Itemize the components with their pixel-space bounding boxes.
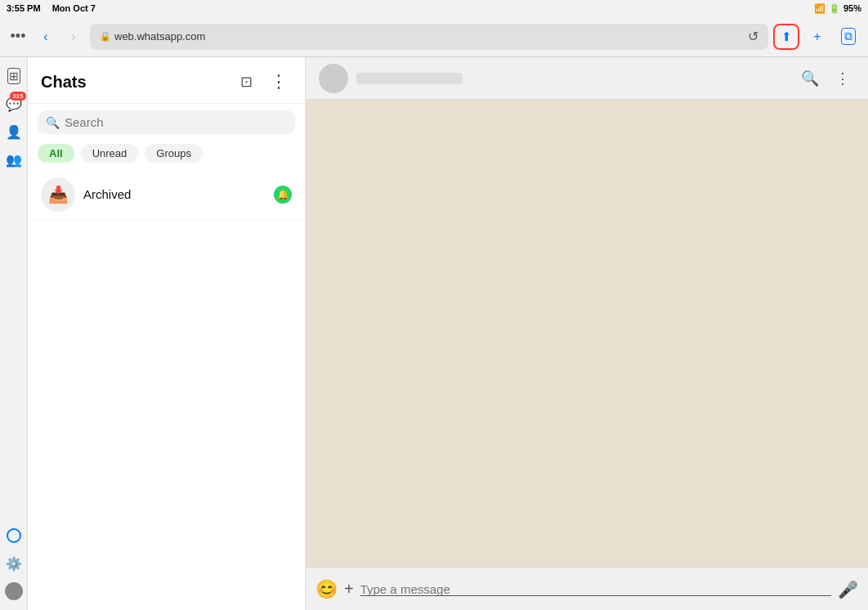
lock-icon: 🔒	[100, 31, 111, 42]
chat-area-header: 🔍 ⋮	[306, 57, 868, 100]
search-bar[interactable]: 🔍	[38, 110, 295, 134]
mic-btn[interactable]: 🎤	[838, 580, 858, 599]
message-input-wrapper	[360, 582, 831, 596]
ios-sidebar: ⊞ 💬 315 👤 👥 ⚙️	[0, 57, 28, 610]
tab-all-label: All	[49, 147, 63, 159]
chats-header-actions: ⊡ ⋮	[233, 69, 292, 95]
archived-badge: 🔔	[274, 186, 292, 204]
status-time: 3:55 PM	[7, 3, 41, 13]
status-bar-right: 📶 🔋 95%	[814, 3, 861, 14]
tab-unread[interactable]: Unread	[81, 144, 139, 163]
sidebar-settings-btn[interactable]: ⚙️	[2, 551, 26, 576]
chat-list: 📥 Archived 🔔	[28, 169, 305, 610]
chats-title: Chats	[41, 73, 87, 92]
more-options-icon: ⋮	[270, 71, 288, 92]
contacts-sidebar-icon: 👥	[6, 152, 22, 168]
new-chat-icon: ⊡	[240, 73, 253, 91]
chat-badge: 315	[10, 92, 25, 101]
chat-area-contact	[319, 64, 463, 93]
avatar-sidebar-icon	[5, 582, 23, 600]
archive-icon: 📥	[48, 185, 69, 204]
new-tab-btn[interactable]: +	[804, 24, 830, 50]
whatsapp-container: Chats ⊡ ⋮ 🔍	[28, 57, 868, 610]
tab-switcher-icon: ⧉	[841, 28, 856, 45]
sidebar-circle-btn[interactable]	[2, 523, 26, 548]
new-chat-btn[interactable]: ⊡	[233, 69, 259, 95]
sidebar-grid-btn[interactable]: ⊞	[2, 64, 26, 88]
back-icon: ‹	[43, 29, 47, 44]
new-tab-icon: +	[813, 29, 821, 44]
search-chat-btn[interactable]: 🔍	[798, 66, 822, 91]
tab-all[interactable]: All	[38, 144, 74, 163]
share-btn[interactable]: ⬆	[773, 24, 799, 50]
contact-avatar	[319, 64, 348, 93]
gear-sidebar-icon: ⚙️	[6, 556, 22, 572]
grid-icon: ⊞	[7, 68, 20, 84]
sidebar-contacts-btn[interactable]: 👥	[2, 147, 26, 172]
chat-area: 🔍 ⋮ 😊 + 🎤	[306, 57, 868, 610]
sidebar-profile-btn[interactable]: 👤	[2, 119, 26, 144]
browser-forward-btn[interactable]: ›	[62, 25, 85, 48]
more-options-btn[interactable]: ⋮	[266, 69, 292, 95]
archived-badge-icon: 🔔	[277, 189, 289, 200]
tab-switcher-btn[interactable]: ⧉	[835, 24, 861, 50]
browser-address-bar[interactable]: 🔒 web.whatsapp.com ↺	[90, 24, 768, 50]
status-bar-left: 3:55 PM Mon Oct 7	[7, 3, 96, 13]
archived-item[interactable]: 📥 Archived 🔔	[28, 169, 305, 221]
archived-name: Archived	[83, 187, 131, 201]
battery-pct: 95%	[843, 3, 861, 13]
main-layout: ⊞ 💬 315 👤 👥 ⚙️ Chats	[0, 57, 868, 610]
tab-groups-label: Groups	[156, 147, 191, 159]
multitab-dots-btn[interactable]: •••	[7, 25, 29, 48]
chats-header: Chats ⊡ ⋮	[28, 57, 305, 104]
archived-avatar: 📥	[41, 177, 75, 212]
status-bar: 3:55 PM Mon Oct 7 📶 🔋 95%	[0, 0, 868, 16]
sidebar-avatar-btn[interactable]	[2, 579, 26, 603]
share-icon: ⬆	[781, 29, 792, 44]
reload-btn[interactable]: ↺	[748, 29, 758, 44]
search-icon: 🔍	[46, 116, 60, 129]
message-input[interactable]	[360, 582, 831, 596]
chats-sidebar: Chats ⊡ ⋮ 🔍	[28, 57, 306, 610]
browser-chrome: ••• ‹ › 🔒 web.whatsapp.com ↺ ⬆ + ⧉	[0, 16, 868, 57]
profile-sidebar-icon: 👤	[6, 124, 22, 140]
attach-btn[interactable]: +	[344, 580, 354, 599]
input-underline	[360, 595, 831, 596]
browser-back-btn[interactable]: ‹	[34, 25, 57, 48]
chat-more-btn[interactable]: ⋮	[830, 66, 855, 91]
sidebar-chat-btn[interactable]: 💬 315	[2, 92, 26, 116]
emoji-btn[interactable]: 😊	[315, 579, 338, 600]
forward-icon: ›	[71, 29, 75, 44]
dots-icon: •••	[11, 28, 26, 45]
tab-groups[interactable]: Groups	[145, 144, 203, 163]
chat-more-icon: ⋮	[835, 70, 850, 87]
messages-area	[306, 100, 868, 567]
wifi-icon: 🔋	[829, 3, 840, 14]
archived-info: Archived	[83, 187, 266, 202]
chat-area-actions: 🔍 ⋮	[798, 66, 855, 91]
filter-tabs: All Unread Groups	[28, 141, 305, 169]
tab-unread-label: Unread	[92, 147, 128, 159]
circle-sidebar-icon	[7, 528, 21, 543]
search-input[interactable]	[65, 115, 287, 129]
url-text: web.whatsapp.com	[114, 30, 205, 43]
search-container: 🔍	[28, 104, 305, 141]
battery-icon: 📶	[814, 3, 825, 14]
search-chat-icon: 🔍	[801, 70, 819, 87]
status-date: Mon Oct 7	[52, 3, 96, 13]
contact-name	[356, 73, 463, 84]
message-input-bar: 😊 + 🎤	[306, 567, 868, 610]
